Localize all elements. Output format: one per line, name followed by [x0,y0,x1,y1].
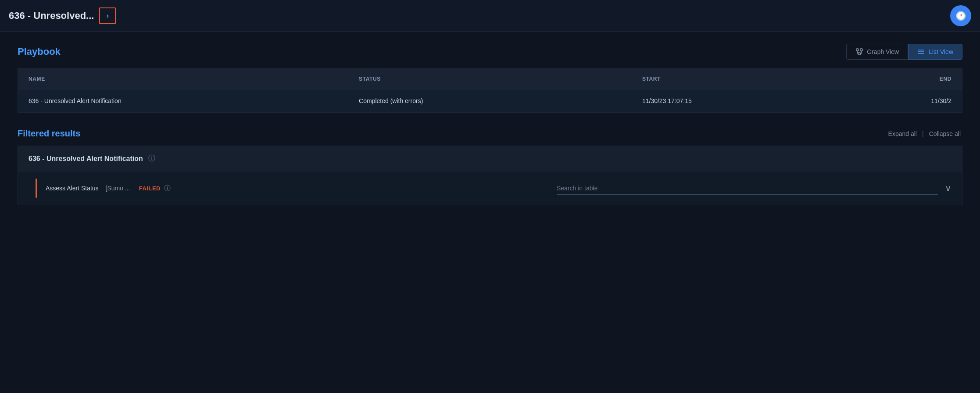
graph-view-label: Graph View [867,48,899,55]
graph-icon [855,48,863,56]
main-content: Playbook Graph View [0,32,980,218]
search-table-container: ∨ [557,182,951,195]
list-icon [917,48,925,56]
playbook-table: NAME STATUS START END 636 - Unresolved A… [18,68,962,113]
col-header-status: STATUS [348,69,632,89]
filtered-card-title: 636 - Unresolved Alert Notification [29,155,143,163]
chevron-right-icon: › [107,12,109,20]
playbook-header-row: Playbook Graph View [18,44,962,60]
failed-status-badge: FAILED [139,185,161,192]
view-toggle-group: Graph View List View [846,44,962,60]
sub-item-row: Assess Alert Status [Sumo ... FAILED ⓘ ∨ [18,171,962,205]
expand-all-button[interactable]: Expand all [887,130,919,137]
failed-indicator-bar [36,179,37,198]
table-row: 636 - Unresolved Alert Notification Comp… [18,89,962,113]
filtered-results-card: 636 - Unresolved Alert Notification ⓘ As… [18,146,962,205]
col-header-start: START [632,69,821,89]
collapse-all-button[interactable]: Collapse all [927,130,962,137]
filtered-results-title: Filtered results [18,129,80,139]
playbook-title: Playbook [18,46,61,57]
table-cell-end: 11/30/2 [821,89,962,113]
filtered-card-header: 636 - Unresolved Alert Notification ⓘ [18,146,962,171]
card-info-icon[interactable]: ⓘ [148,154,155,163]
sub-item-name: Assess Alert Status [46,185,99,192]
top-bar: 636 - Unresolved... › 🕐 [0,0,980,32]
col-header-end: END [821,69,962,89]
expand-collapse-controls: Expand all | Collapse all [887,130,962,137]
table-cell-start: 11/30/23 17:07:15 [632,89,821,113]
sub-item-info-icon[interactable]: ⓘ [164,184,171,193]
divider: | [922,130,924,137]
expand-arrow-button[interactable]: › [99,7,116,24]
filtered-header-row: Filtered results Expand all | Collapse a… [18,129,962,139]
list-view-button[interactable]: List View [908,44,962,60]
clock-icon: 🕐 [955,11,966,21]
search-table-input[interactable] [557,182,938,195]
table-cell-name: 636 - Unresolved Alert Notification [18,89,349,113]
list-view-label: List View [929,48,953,55]
svg-rect-2 [858,53,861,55]
svg-rect-1 [860,49,862,51]
sub-item-source: [Sumo ... [106,185,130,192]
top-bar-title: 636 - Unresolved... [9,10,94,21]
svg-rect-0 [856,49,858,51]
chevron-down-icon[interactable]: ∨ [945,183,951,193]
graph-view-button[interactable]: Graph View [846,44,908,60]
col-header-name: NAME [18,69,349,89]
clock-button[interactable]: 🕐 [950,5,971,26]
table-header-row: NAME STATUS START END [18,69,962,89]
table-cell-status: Completed (with errors) [348,89,632,113]
